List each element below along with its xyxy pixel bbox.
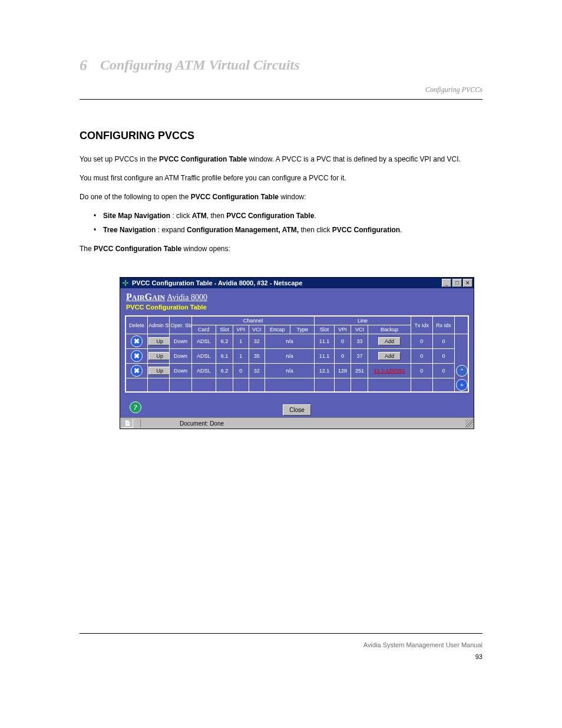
netscape-window: PVCC Configuration Table - Avidia 8000, … xyxy=(120,277,474,429)
titlebar[interactable]: PVCC Configuration Table - Avidia 8000, … xyxy=(120,278,474,288)
netscape-status-icon: 📄 xyxy=(121,419,133,428)
bullet-treenav: Tree Navigation : expand Configuration M… xyxy=(94,225,482,235)
delete-icon[interactable]: ✖ xyxy=(131,365,143,377)
page-number: 93 xyxy=(475,653,482,660)
netscape-icon xyxy=(121,279,130,287)
table-row-blank xyxy=(126,378,468,392)
section-number: 6 xyxy=(80,58,87,73)
close-dialog-button[interactable]: Close xyxy=(283,404,311,416)
header-row-1: Delete Admin Status Oper. Status Channel… xyxy=(126,317,468,325)
admin-up-button[interactable]: Up xyxy=(148,367,170,375)
table-row: ✖ Up Down ADSL6.2132 n/a 11.1033 Add 00 xyxy=(126,334,468,349)
running-footer: Avidia System Management User Manual xyxy=(363,641,482,648)
add-button[interactable]: Add xyxy=(378,337,401,345)
brand-area: PAIRGAIN Avidia 8000 PVCC Configuration … xyxy=(120,288,474,312)
table-row: ✖ Up Down ADSL6.2032 n/a 12.1128251 11.1… xyxy=(126,364,468,378)
divider-bottom xyxy=(80,633,482,634)
admin-up-button[interactable]: Up xyxy=(148,352,170,360)
bullet-sitemap: Site Map Navigation : click ATM, then PV… xyxy=(94,210,482,221)
scroll-top-icon[interactable]: ⌃ xyxy=(456,365,468,377)
add-row-icon[interactable]: ＋ xyxy=(456,379,468,391)
backup-link[interactable]: 11.1-128/251 xyxy=(374,368,405,374)
maximize-button[interactable]: □ xyxy=(452,279,462,287)
status-bar: 📄 Document: Done xyxy=(120,417,474,429)
pvcc-table: Delete Admin Status Oper. Status Channel… xyxy=(125,315,469,393)
resize-grip[interactable] xyxy=(465,419,474,427)
window-title: PVCC Configuration Table - Avidia 8000, … xyxy=(132,279,302,286)
pairgain-logo: PAIRGAIN xyxy=(126,293,165,302)
section-title: Configuring ATM Virtual Circuits xyxy=(100,58,300,72)
divider-top xyxy=(80,99,482,100)
running-subhead: Configuring PVCCs xyxy=(425,85,482,94)
delete-icon[interactable]: ✖ xyxy=(131,335,143,347)
table-row: ✖ Up Down ADSL6.1135 n/a 11.1037 Add 00 xyxy=(126,349,468,364)
admin-up-button[interactable]: Up xyxy=(148,337,170,345)
delete-icon[interactable]: ✖ xyxy=(131,350,143,362)
minimize-button[interactable]: _ xyxy=(442,279,451,287)
close-button[interactable]: ✕ xyxy=(463,279,472,287)
body-text: CONFIGURING PVCCS You set up PVCCs in th… xyxy=(80,136,482,262)
add-button[interactable]: Add xyxy=(378,352,401,360)
heading-config-pvccs: CONFIGURING PVCCS xyxy=(80,130,482,142)
